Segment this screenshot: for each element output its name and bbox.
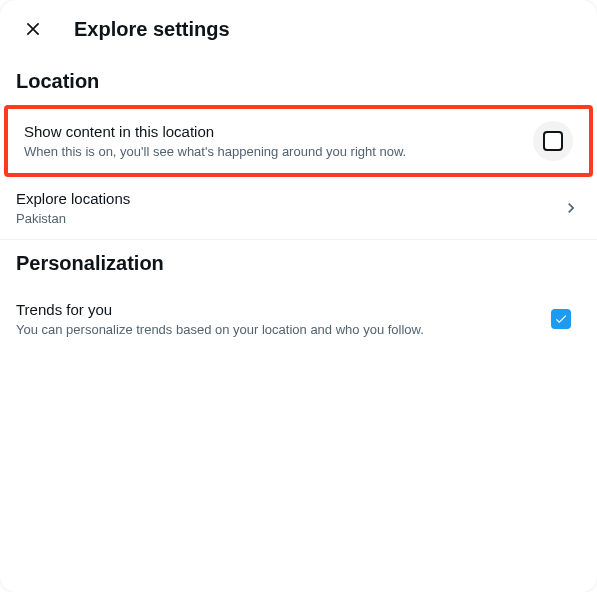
show-content-checkbox[interactable] xyxy=(543,131,563,151)
header: Explore settings xyxy=(0,0,597,58)
page-title: Explore settings xyxy=(74,18,230,41)
checkbox-wrap xyxy=(541,299,581,339)
setting-desc: When this is on, you'll see what's happe… xyxy=(24,144,521,160)
explore-locations-row[interactable]: Explore locations Pakistan xyxy=(0,177,597,239)
section-heading-personalization: Personalization xyxy=(0,240,597,287)
checkbox-wrap xyxy=(533,121,573,161)
highlight-annotation: Show content in this location When this … xyxy=(4,105,593,177)
trends-checkbox[interactable] xyxy=(551,309,571,329)
setting-text: Explore locations Pakistan xyxy=(16,189,549,227)
explore-settings-panel: Explore settings Location Show content i… xyxy=(0,0,597,592)
setting-label: Explore locations xyxy=(16,189,549,209)
setting-label: Show content in this location xyxy=(24,122,521,142)
setting-text: Trends for you You can personalize trend… xyxy=(16,300,529,338)
setting-label: Trends for you xyxy=(16,300,529,320)
setting-value: Pakistan xyxy=(16,211,549,227)
setting-desc: You can personalize trends based on your… xyxy=(16,322,529,338)
chevron-right-icon xyxy=(561,198,581,218)
check-icon xyxy=(554,312,568,326)
show-content-location-row: Show content in this location When this … xyxy=(8,109,589,173)
section-heading-location: Location xyxy=(0,58,597,105)
setting-text: Show content in this location When this … xyxy=(24,122,521,160)
trends-for-you-row: Trends for you You can personalize trend… xyxy=(0,287,597,351)
close-button[interactable] xyxy=(16,12,50,46)
close-icon xyxy=(23,19,43,39)
